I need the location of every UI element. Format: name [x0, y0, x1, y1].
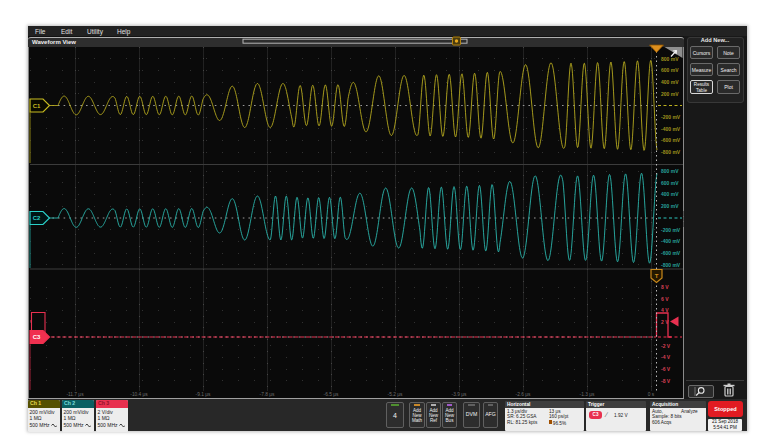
- svg-text:-3.9 μs: -3.9 μs: [452, 392, 467, 397]
- svg-text:-6.5 μs: -6.5 μs: [324, 392, 339, 397]
- svg-text:-10.4 μs: -10.4 μs: [130, 392, 148, 397]
- svg-text:800 mV: 800 mV: [661, 168, 679, 174]
- svg-text:200 mV: 200 mV: [661, 203, 679, 209]
- svg-text:-600 mV: -600 mV: [661, 250, 681, 256]
- svg-text:-9.1 μs: -9.1 μs: [196, 392, 211, 397]
- svg-text:-800 mV: -800 mV: [661, 262, 681, 268]
- svg-text:0 s: 0 s: [648, 392, 655, 397]
- svg-text:-2 V: -2 V: [661, 343, 671, 349]
- svg-text:800 mV: 800 mV: [661, 56, 679, 62]
- svg-text:C1: C1: [33, 103, 41, 109]
- svg-text:-8 V: -8 V: [661, 378, 671, 384]
- svg-text:-400 mV: -400 mV: [661, 126, 681, 132]
- svg-text:8 V: 8 V: [661, 284, 669, 290]
- svg-text:6 V: 6 V: [661, 296, 669, 302]
- svg-text:600 mV: 600 mV: [661, 67, 679, 73]
- svg-text:-11.7 μs: -11.7 μs: [66, 392, 84, 397]
- svg-text:400 mV: 400 mV: [661, 191, 679, 197]
- svg-text:-400 mV: -400 mV: [661, 238, 681, 244]
- svg-text:C2: C2: [33, 215, 41, 221]
- svg-text:600 mV: 600 mV: [661, 180, 679, 186]
- svg-text:-1.3 μs: -1.3 μs: [580, 392, 595, 397]
- svg-text:-5.2 μs: -5.2 μs: [388, 392, 403, 397]
- svg-text:T: T: [655, 273, 659, 279]
- svg-text:200 mV: 200 mV: [661, 91, 679, 97]
- svg-text:-6 V: -6 V: [661, 366, 671, 372]
- svg-text:-600 mV: -600 mV: [661, 137, 681, 143]
- svg-text:400 mV: 400 mV: [661, 79, 679, 85]
- svg-text:-7.8 μs: -7.8 μs: [260, 392, 275, 397]
- svg-text:C3: C3: [33, 334, 41, 340]
- svg-text:-800 mV: -800 mV: [661, 149, 681, 155]
- svg-text:-2.6 μs: -2.6 μs: [516, 392, 531, 397]
- svg-text:-200 mV: -200 mV: [661, 227, 681, 233]
- svg-text:-4 V: -4 V: [661, 354, 671, 360]
- svg-text:-200 mV: -200 mV: [661, 114, 681, 120]
